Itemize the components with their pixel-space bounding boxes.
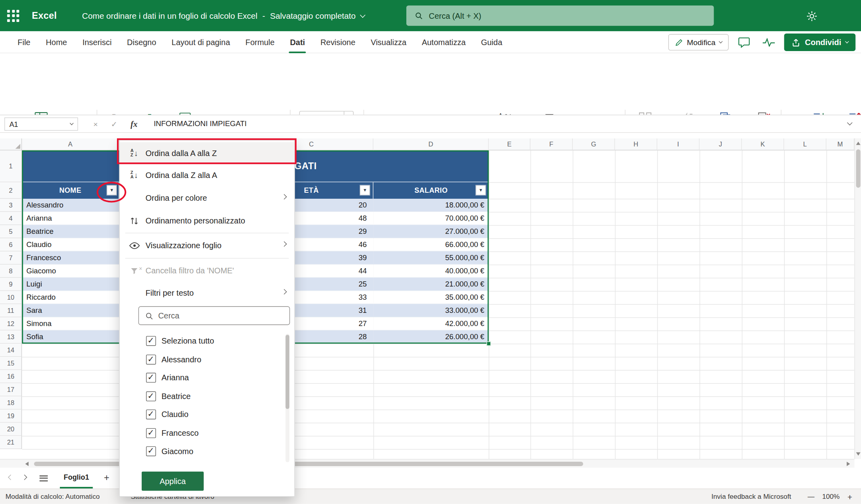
raggruppa-button[interactable]: Raggruppa [801, 110, 838, 115]
vertical-scrollbar[interactable] [854, 138, 861, 459]
row-header-9[interactable]: 9 [0, 278, 22, 291]
activity-button[interactable] [759, 34, 778, 50]
column-header-A[interactable]: A [22, 138, 119, 150]
tab-automatizza[interactable]: Automatizza [414, 31, 473, 53]
column-header-H[interactable]: H [615, 138, 657, 150]
dati-da-immagine-button[interactable]: Dati da immagine [11, 110, 71, 115]
column-header-F[interactable]: F [530, 138, 573, 150]
anteprima-suggerimenti-button[interactable]: Anteprima suggerimenti [665, 110, 708, 115]
azioni-button[interactable]: Azioni [300, 111, 344, 115]
tab-visualizza[interactable]: Visualizza [363, 31, 414, 53]
filter-checkbox-item[interactable]: Beatrice [120, 387, 294, 405]
previous-sheet-icon[interactable] [8, 474, 14, 480]
column-header-G[interactable]: G [573, 138, 615, 150]
cell-d6[interactable]: 66.000,00 € [373, 238, 489, 251]
cell-d5[interactable]: 27.000,00 € [373, 225, 489, 238]
row-header-8[interactable]: 8 [0, 265, 22, 278]
menu-item-filtri-per-testo[interactable]: Filtri per testo [120, 282, 294, 304]
filter-list-scroll-thumb[interactable] [285, 335, 289, 409]
formula-input[interactable]: INFORMAZIONI IMPIEGATI [154, 115, 247, 133]
aggiorna-tutto-button[interactable]: ↻ Aggiorna tutto [134, 110, 169, 115]
calc-mode-status[interactable]: Modalità di calcolo: Automatico [6, 489, 100, 504]
name-box[interactable]: A1 [4, 117, 78, 130]
zoom-in-icon[interactable]: + [847, 492, 852, 501]
filter-checkbox-item[interactable]: Claudio [120, 405, 294, 424]
azioni-gallery[interactable]: Azioni [299, 111, 354, 115]
testo-in-colonne-button[interactable]: Testo in Colonne [627, 110, 663, 115]
row-header-7[interactable]: 7 [0, 251, 22, 265]
cell-a6[interactable]: Claudio [22, 238, 119, 251]
cell-d7[interactable]: 55.000,00 € [373, 251, 489, 265]
document-title[interactable]: Come ordinare i dati in un foglio di cal… [82, 11, 364, 20]
tab-layout-di-pagina[interactable]: Layout di pagina [164, 31, 238, 53]
column-header-E[interactable]: E [489, 138, 530, 150]
select-all-corner[interactable] [0, 138, 22, 150]
filter-checkbox-item[interactable]: Alessandro [120, 350, 294, 369]
tab-home[interactable]: Home [38, 31, 75, 53]
applica-button[interactable]: Applica [142, 472, 204, 491]
cell-a7[interactable]: Francesco [22, 251, 119, 265]
convalida-dati-button[interactable]: Convalida dei dati [744, 110, 784, 115]
scroll-left-icon[interactable] [25, 462, 28, 466]
app-launcher-waffle-icon[interactable] [7, 10, 19, 22]
zoom-out-icon[interactable]: — [808, 493, 814, 500]
menu-item-ordinamento-personalizzato[interactable]: Ordinamento personalizzato [120, 210, 294, 231]
row-header-5[interactable]: 5 [0, 225, 22, 238]
table-header-nome[interactable]: NOME [22, 182, 119, 199]
scroll-down-icon[interactable] [856, 453, 861, 456]
row-header-20[interactable]: 20 [0, 423, 22, 436]
row-header-13[interactable]: 13 [0, 330, 22, 344]
next-sheet-icon[interactable] [22, 474, 27, 480]
zoom-level[interactable]: 100% [822, 493, 840, 500]
filter-search-input[interactable]: Cerca [139, 306, 290, 325]
checkbox-checked-icon[interactable] [146, 373, 156, 383]
horizontal-scroll-thumb[interactable] [34, 462, 583, 466]
row-header-4[interactable]: 4 [0, 212, 22, 225]
tab-disegno[interactable]: Disegno [119, 31, 164, 53]
tab-inserisci[interactable]: Inserisci [75, 31, 119, 53]
cell-d10[interactable]: 35.000,00 € [373, 291, 489, 304]
expand-formula-bar-icon[interactable] [847, 120, 853, 126]
separa-button[interactable]: Sep [840, 110, 861, 115]
comments-button[interactable] [735, 34, 754, 50]
cell-a10[interactable]: Riccardo [22, 291, 119, 304]
row-header-14[interactable]: 14 [0, 344, 22, 357]
row-header-12[interactable]: 12 [0, 317, 22, 330]
cell-d13[interactable]: 26.000,00 € [373, 330, 489, 344]
query-button[interactable]: Query [172, 110, 198, 115]
row-header-15[interactable]: 15 [0, 357, 22, 370]
condividi-button[interactable]: Condividi [784, 34, 855, 51]
insert-function-button[interactable]: fx [127, 115, 141, 133]
feedback-link[interactable]: Invia feedback a Microsoft [711, 493, 791, 500]
column-header-L[interactable]: L [784, 138, 826, 150]
column-header-K[interactable]: K [742, 138, 784, 150]
column-header-J[interactable]: J [700, 138, 742, 150]
cell-d8[interactable]: 40.000,00 € [373, 265, 489, 278]
cell-a3[interactable]: Alessandro [22, 199, 119, 212]
cell-d4[interactable]: 70.000,00 € [373, 212, 489, 225]
tab-formule[interactable]: Formule [238, 31, 282, 53]
checkbox-checked-icon[interactable] [146, 428, 156, 438]
column-header-M[interactable]: M [826, 138, 854, 150]
cell-a11[interactable]: Sara [22, 304, 119, 317]
cell-a4[interactable]: Arianna [22, 212, 119, 225]
filter-checkbox-item[interactable]: Giacomo [120, 442, 294, 461]
azioni-dropdown[interactable] [344, 111, 353, 115]
menu-item-ordina-per-colore[interactable]: Ordina per colore [120, 187, 294, 209]
filter-checkbox-item[interactable]: Arianna [120, 368, 294, 387]
global-search-input[interactable]: Cerca (Alt + X) [406, 6, 714, 26]
tab-file[interactable]: File [10, 31, 38, 53]
row-header-1[interactable]: 1 [0, 150, 22, 182]
row-header-18[interactable]: 18 [0, 396, 22, 409]
modifica-mode-dropdown[interactable]: Modifica [668, 34, 729, 50]
collegamenti-button[interactable]: Collegamenti alle cartelle di lavoro [201, 110, 284, 115]
checkbox-checked-icon[interactable] [146, 409, 156, 419]
filter-checkbox-item[interactable]: Francesco [120, 423, 294, 442]
cell-d12[interactable]: 42.000,00 € [373, 317, 489, 330]
cell-a5[interactable]: Beatrice [22, 225, 119, 238]
checkbox-checked-icon[interactable] [146, 354, 156, 364]
aggiorna-button[interactable]: ↻ Aggiorna [100, 110, 132, 115]
checkbox-checked-icon[interactable] [146, 446, 156, 456]
eta-filter-button[interactable]: ▼ [360, 185, 370, 196]
filter-list-scrollbar[interactable] [285, 334, 289, 462]
